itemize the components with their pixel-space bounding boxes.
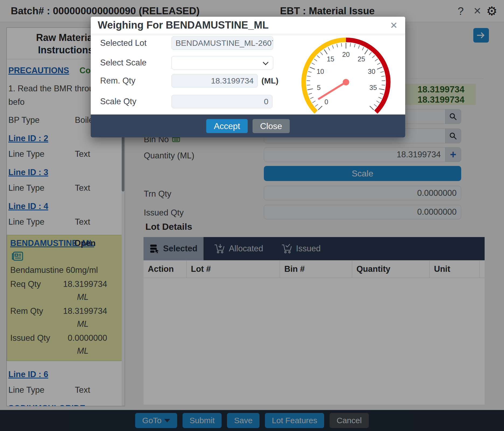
chevron-down-icon bbox=[263, 60, 268, 65]
svg-text:5: 5 bbox=[317, 84, 321, 91]
weighing-gauge: 05101520253035 bbox=[295, 36, 397, 117]
svg-text:25: 25 bbox=[358, 55, 365, 63]
modal-header: Weighing For BENDAMUSTINE_ML ✕ bbox=[91, 17, 405, 34]
svg-text:0: 0 bbox=[324, 98, 328, 106]
weighing-modal: Weighing For BENDAMUSTINE_ML ✕ Selected … bbox=[91, 17, 405, 137]
modal-close-icon[interactable]: ✕ bbox=[390, 20, 398, 31]
modal-title: Weighing For BENDAMUSTINE_ML bbox=[98, 17, 269, 33]
modal-rem-qty-label: Rem. Qty bbox=[100, 74, 167, 88]
close-button[interactable]: Close bbox=[253, 119, 290, 133]
svg-text:20: 20 bbox=[342, 51, 350, 58]
select-scale-dropdown[interactable] bbox=[172, 56, 273, 69]
select-scale-label: Select Scale bbox=[100, 56, 167, 69]
svg-text:10: 10 bbox=[317, 68, 324, 75]
modal-rem-qty-input[interactable]: 18.3199734 bbox=[172, 74, 258, 88]
modal-footer: Accept Close bbox=[91, 114, 405, 137]
accept-button[interactable]: Accept bbox=[206, 119, 248, 133]
modal-rem-qty-unit: (ML) bbox=[261, 74, 278, 88]
svg-text:35: 35 bbox=[369, 84, 377, 91]
screen: Batch# : 000000000000090 (RELEASED) EBT … bbox=[0, 0, 504, 431]
selected-lot-input[interactable]: BENDAMUSTINE_ML-260723-C bbox=[172, 36, 273, 50]
scale-qty-input[interactable]: 0 bbox=[172, 95, 272, 108]
svg-text:15: 15 bbox=[327, 55, 334, 63]
scale-qty-label: Scale Qty bbox=[100, 95, 167, 108]
svg-text:30: 30 bbox=[368, 68, 375, 75]
selected-lot-label: Selected Lot bbox=[100, 36, 167, 50]
